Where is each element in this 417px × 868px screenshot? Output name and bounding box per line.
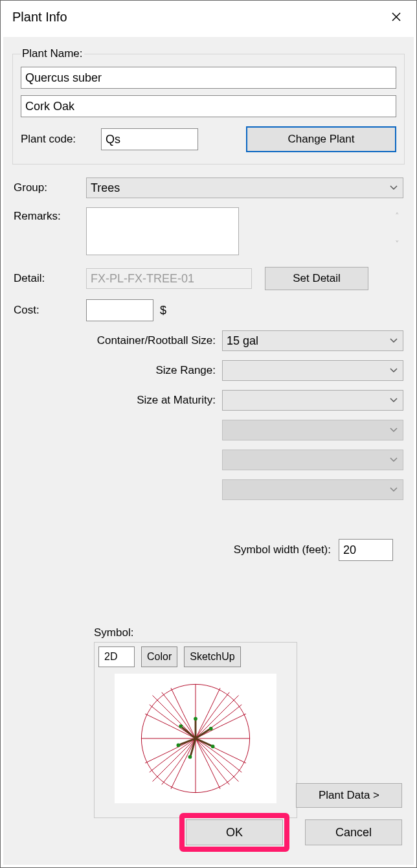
symbol-width-input[interactable] [339, 539, 393, 561]
plant-info-dialog: Plant Info Plant Name: Plant code: Chang… [0, 0, 417, 868]
size-range-label: Size Range: [14, 364, 222, 377]
tree-symbol-icon [134, 677, 257, 800]
svg-point-1 [194, 717, 197, 721]
detail-label: Detail: [14, 272, 86, 285]
symbol-mode-input[interactable] [98, 646, 135, 667]
remarks-label: Remarks: [14, 207, 86, 223]
symbol-label: Symbol: [94, 626, 297, 639]
symbol-color-button[interactable]: Color [141, 646, 177, 667]
window-title: Plant Info [12, 10, 67, 25]
close-icon [391, 12, 401, 22]
plant-data-button[interactable]: Plant Data > [296, 783, 402, 808]
group-label: Group: [14, 181, 86, 194]
extra-select-3 [222, 479, 403, 500]
close-button[interactable] [385, 6, 407, 28]
client-area: Plant Name: Plant code: Change Plant Gro… [3, 37, 414, 865]
symbol-width-label: Symbol width (feet): [234, 543, 331, 556]
cancel-button[interactable]: Cancel [305, 819, 402, 845]
plant-code-input[interactable] [101, 128, 198, 150]
container-size-select[interactable]: 15 gal [222, 330, 403, 351]
extra-select-2 [222, 450, 403, 470]
cost-label: Cost: [14, 304, 86, 317]
plant-name-legend: Plant Name: [21, 47, 84, 60]
plant-latin-input[interactable] [21, 67, 396, 89]
size-range-select[interactable] [222, 360, 403, 381]
remarks-textarea[interactable] [86, 207, 239, 255]
group-select[interactable]: Trees [86, 177, 403, 198]
svg-point-2 [209, 727, 213, 731]
symbol-preview[interactable] [115, 674, 276, 803]
plant-name-group: Plant Name: Plant code: Change Plant [12, 47, 405, 165]
symbol-sketchup-button[interactable]: SketchUp [184, 646, 240, 667]
titlebar: Plant Info [1, 1, 416, 33]
cost-input[interactable] [86, 299, 153, 321]
plant-code-label: Plant code: [21, 133, 101, 146]
currency-symbol: $ [160, 304, 166, 317]
ok-highlight: OK [179, 813, 289, 852]
svg-point-4 [188, 755, 192, 759]
symbol-box: Color SketchUp [94, 642, 297, 818]
remarks-scroll-icons: ˄˅ [395, 211, 400, 249]
svg-point-5 [177, 744, 181, 748]
change-plant-button[interactable]: Change Plant [246, 126, 396, 152]
plant-common-input[interactable] [21, 95, 396, 117]
size-maturity-label: Size at Maturity: [14, 394, 222, 407]
container-size-label: Container/Rootball Size: [14, 334, 222, 347]
footer-buttons: OK Cancel [179, 813, 402, 852]
symbol-block: Symbol: Color SketchUp [94, 626, 297, 818]
svg-point-3 [211, 745, 215, 749]
ok-button[interactable]: OK [186, 819, 283, 845]
detail-input [86, 268, 252, 289]
extra-select-1 [222, 420, 403, 440]
size-maturity-select[interactable] [222, 390, 403, 411]
svg-point-6 [179, 724, 183, 728]
set-detail-button[interactable]: Set Detail [265, 267, 368, 290]
